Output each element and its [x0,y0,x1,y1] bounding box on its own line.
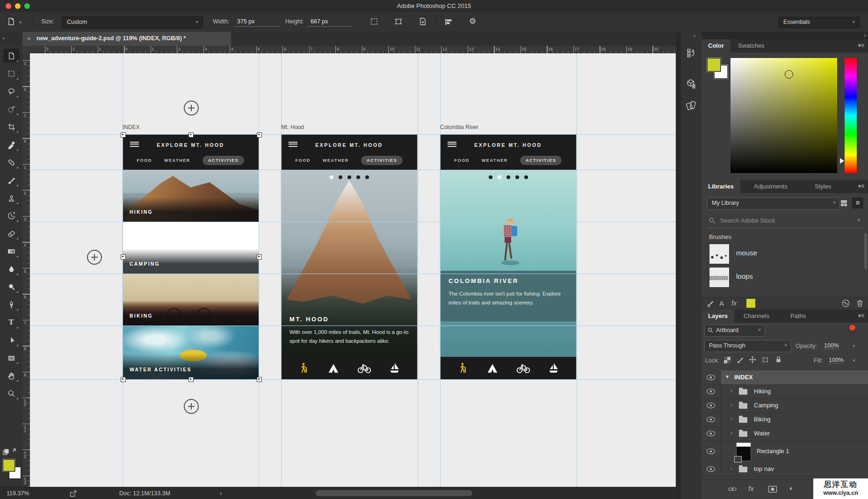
horizontal-ruler[interactable]: 32101234567891011121314151617181920 [30,46,676,54]
visibility-toggle[interactable] [702,427,721,441]
artboard-label-colombia[interactable]: Colombia River [440,124,478,130]
grid-view-button[interactable] [838,197,849,209]
artboard-colombia[interactable]: EXPLORE MT. HOOD FOOD WEATHER ACTIVITIES… [440,134,576,379]
search-input[interactable]: Search Adobe Stock [720,217,775,224]
selection-handle[interactable] [257,254,262,260]
visibility-toggle[interactable] [702,462,721,476]
layer-row-hiking[interactable]: › Hiking [702,384,868,399]
adjustment-layer-icon[interactable]: ◐ [789,484,794,492]
color-panel-swatches[interactable] [707,58,729,80]
layer-style-icon[interactable]: fx [748,485,754,492]
layer-row-rectangle1[interactable]: Rectangle 1 [702,441,868,463]
guide-horizontal[interactable] [30,379,676,380]
canvas[interactable]: INDEX Mt. Hood Colombia River EXPLORE MT… [30,53,676,487]
path-selection-tool[interactable] [3,333,19,347]
tab-color[interactable]: Color [702,39,731,52]
add-layer-style-icon[interactable]: fx [731,299,737,307]
dock-icon-history[interactable] [683,42,699,63]
link-layers-icon[interactable] [728,485,737,493]
chevron-collapsed-icon[interactable]: › [731,430,732,435]
width-field[interactable]: 375 px [237,18,255,25]
expand-dock-icon[interactable]: » [693,33,695,38]
guide-vertical[interactable] [418,53,418,487]
tab-libraries[interactable]: Libraries [702,180,740,193]
tab-adjustments[interactable]: Adjustments [747,180,794,193]
artboard-index[interactable]: EXPLORE MT. HOOD FOOD WEATHER ACTIVITIES… [123,134,259,379]
height-field[interactable]: 667 px [311,18,328,25]
guide-vertical[interactable] [440,53,441,487]
clone-stamp-tool[interactable] [3,191,19,205]
history-brush-tool[interactable] [3,209,19,223]
selection-handle[interactable] [188,377,194,382]
gear-icon[interactable]: ⚙ [469,16,476,26]
tool-preset-chevron-icon[interactable]: ∨ [19,20,22,24]
chevron-expanded-icon[interactable]: ▼ [725,374,730,379]
tab-paths[interactable]: Paths [784,310,812,323]
layer-row-index[interactable]: ▼ INDEX [702,370,868,385]
hue-strip[interactable] [845,58,857,173]
panel-menu-icon[interactable]: ▾≡ [858,312,864,319]
layer-filter-select[interactable]: Artboard ∨ [704,325,765,337]
pen-tool[interactable] [3,297,19,311]
creative-cloud-icon[interactable] [841,299,850,308]
lock-position-icon[interactable] [748,355,757,364]
fill-value[interactable]: 100% [829,357,844,364]
selection-handle[interactable] [188,132,194,137]
chevron-collapsed-icon[interactable]: › [731,416,732,421]
marquee-tool[interactable] [3,66,19,80]
gradient-tool[interactable] [3,244,19,258]
visibility-toggle[interactable] [702,370,721,384]
blur-tool[interactable] [3,262,19,276]
guide-vertical[interactable] [281,53,282,487]
guide-vertical[interactable] [577,53,577,487]
tab-layers[interactable]: Layers [702,310,734,323]
chevron-collapsed-icon[interactable]: › [731,465,732,471]
layer-mask-icon[interactable] [768,485,777,493]
artboard-tool-preset-icon[interactable] [7,17,16,26]
hue-slider-icon[interactable] [840,158,844,164]
crop-tool[interactable] [3,120,19,134]
selection-handle[interactable] [121,254,126,260]
guide-vertical[interactable] [123,53,123,487]
search-row[interactable]: Search Adobe Stock ∨ [707,214,862,228]
lasso-tool[interactable] [3,84,19,98]
selection-handle[interactable] [257,377,262,382]
library-select[interactable]: My Library ∨ [707,197,840,210]
eyedropper-tool[interactable] [3,137,19,152]
selection-handle[interactable] [257,132,262,137]
tab-channels[interactable]: Channels [737,310,776,323]
brush-tool[interactable] [3,173,19,187]
dock-icon-device-preview[interactable] [683,94,699,116]
lock-artboard-icon[interactable] [761,356,769,364]
color-picker-ring[interactable] [785,70,793,79]
chevron-down-icon[interactable]: ∨ [852,358,855,362]
collapse-dock-icon[interactable]: » [863,33,865,38]
panel-menu-icon[interactable]: ▾≡ [858,183,864,189]
eraser-tool[interactable] [3,226,19,240]
add-color-swatch[interactable] [746,299,755,308]
layer-row-biking[interactable]: › Biking [702,412,868,427]
lock-transparency-icon[interactable] [724,357,731,363]
filter-toggle[interactable] [849,325,856,337]
list-view-button[interactable]: ≡ [852,197,863,209]
opacity-value[interactable]: 100% [824,342,839,349]
horizontal-scrollbar[interactable] [316,490,472,496]
layer-row-camping[interactable]: › Camping [702,398,868,413]
lock-all-icon[interactable] [774,355,782,363]
layer-row-water[interactable]: › Water [702,427,868,441]
layer-row-topnav[interactable]: › top nav [702,462,868,477]
dodge-tool[interactable] [3,280,19,294]
visibility-toggle[interactable] [702,412,721,427]
document-tab[interactable]: × new_adventure-guide-2.psd @ 119% (INDE… [22,32,231,46]
chevron-down-icon[interactable]: ∨ [852,344,855,347]
foreground-color-swatch[interactable] [3,459,15,471]
scrollbar-thumb[interactable] [864,233,867,269]
type-tool[interactable]: T [3,315,19,329]
swap-colors-icon[interactable] [2,447,18,456]
foreground-color-swatch[interactable] [707,58,721,72]
guide-horizontal[interactable] [30,134,676,135]
trash-icon[interactable] [855,299,864,308]
visibility-toggle[interactable] [702,441,721,462]
zoom-level-field[interactable]: 119.37% [7,490,29,497]
chevron-collapsed-icon[interactable]: › [731,388,732,393]
